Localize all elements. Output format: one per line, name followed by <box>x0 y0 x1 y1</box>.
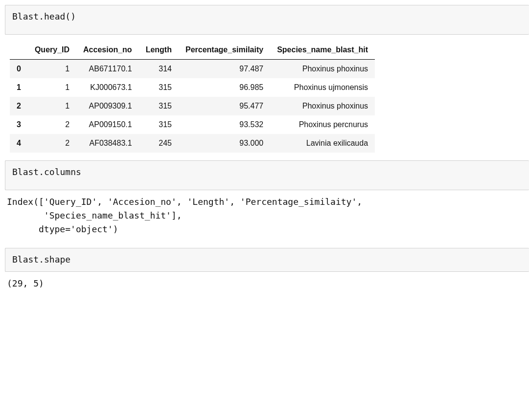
cell-Percentage_similaity: 93.532 <box>179 115 270 134</box>
cell-Query_ID: 1 <box>28 78 76 97</box>
row-index: 2 <box>10 97 28 115</box>
cell-Length: 315 <box>139 78 179 97</box>
code-cell-columns[interactable]: Blast.columns <box>5 160 529 190</box>
col-Length: Length <box>139 41 179 60</box>
cell-Accesion_no: AP009150.1 <box>76 115 139 134</box>
cell-Length: 315 <box>139 97 179 115</box>
cell-Species_name_blast_hit: Phoxinus ujmonensis <box>270 78 375 97</box>
dataframe-table: Query_ID Accesion_no Length Percentage_s… <box>10 41 375 153</box>
cell-Query_ID: 1 <box>28 97 76 115</box>
cell-Percentage_similaity: 93.000 <box>179 134 270 153</box>
cell-Length: 314 <box>139 60 179 79</box>
code-cell-head[interactable]: Blast.head() <box>5 5 529 35</box>
cell-Length: 245 <box>139 134 179 153</box>
output-shape: (29, 5) <box>5 272 529 295</box>
col-Accesion_no: Accesion_no <box>76 41 139 60</box>
col-Query_ID: Query_ID <box>28 41 76 60</box>
cell-Length: 315 <box>139 115 179 134</box>
table-row: 4 2 AF038483.1 245 93.000 Lavinia exilic… <box>10 134 375 153</box>
cell-Accesion_no: AB671170.1 <box>76 60 139 79</box>
col-Species_name_blast_hit: Species_name_blast_hit <box>270 41 375 60</box>
table-header-row: Query_ID Accesion_no Length Percentage_s… <box>10 41 375 60</box>
row-index: 1 <box>10 78 28 97</box>
row-index: 4 <box>10 134 28 153</box>
table-row: 2 1 AP009309.1 315 95.477 Phoxinus phoxi… <box>10 97 375 115</box>
table-row: 1 1 KJ000673.1 315 96.985 Phoxinus ujmon… <box>10 78 375 97</box>
code-cell-shape[interactable]: Blast.shape <box>5 248 529 272</box>
cell-Query_ID: 1 <box>28 60 76 79</box>
cell-Accesion_no: AP009309.1 <box>76 97 139 115</box>
cell-Species_name_blast_hit: Phoxinus phoxinus <box>270 97 375 115</box>
table-row: 0 1 AB671170.1 314 97.487 Phoxinus phoxi… <box>10 60 375 79</box>
cell-Query_ID: 2 <box>28 134 76 153</box>
cell-Species_name_blast_hit: Phoxinus percnurus <box>270 115 375 134</box>
cell-Species_name_blast_hit: Phoxinus phoxinus <box>270 60 375 79</box>
cell-Species_name_blast_hit: Lavinia exilicauda <box>270 134 375 153</box>
dataframe-output: Query_ID Accesion_no Length Percentage_s… <box>10 35 529 160</box>
cell-Accesion_no: KJ000673.1 <box>76 78 139 97</box>
row-index: 0 <box>10 60 28 79</box>
cell-Accesion_no: AF038483.1 <box>76 134 139 153</box>
row-index: 3 <box>10 115 28 134</box>
cell-Query_ID: 2 <box>28 115 76 134</box>
cell-Percentage_similaity: 96.985 <box>179 78 270 97</box>
index-header <box>10 41 28 60</box>
col-Percentage_similaity: Percentage_similaity <box>179 41 270 60</box>
cell-Percentage_similaity: 97.487 <box>179 60 270 79</box>
table-row: 3 2 AP009150.1 315 93.532 Phoxinus percn… <box>10 115 375 134</box>
output-columns: Index(['Query_ID', 'Accesion_no', 'Lengt… <box>5 190 529 241</box>
cell-Percentage_similaity: 95.477 <box>179 97 270 115</box>
